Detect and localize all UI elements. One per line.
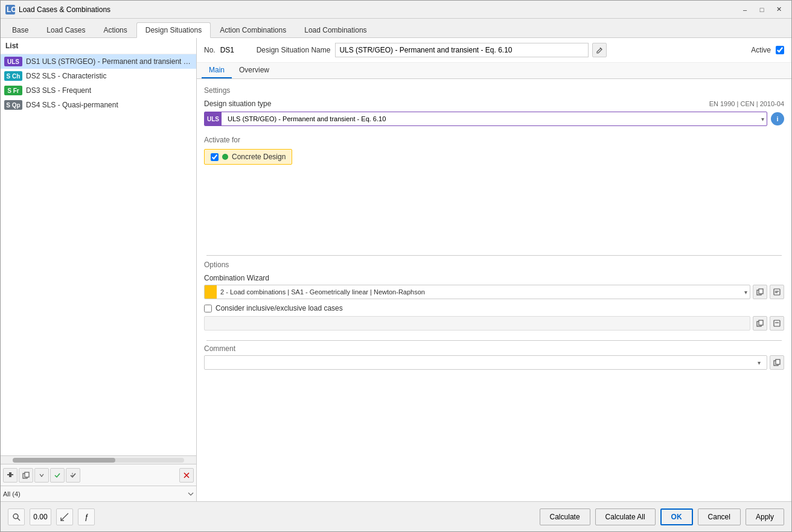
scrollbar-thumb: [13, 458, 115, 463]
sub-tab-overview[interactable]: Overview: [232, 63, 276, 78]
list-item[interactable]: S Ch DS2 SLS - Characteristic: [1, 69, 196, 83]
maximize-button[interactable]: □: [754, 4, 770, 16]
comment-input[interactable]: ▾: [204, 355, 767, 370]
left-panel: List ULS DS1 ULS (STR/GEO) - Permanent a…: [1, 38, 197, 501]
badge-sqp: S Qp: [4, 100, 22, 110]
active-label: Active: [751, 46, 771, 54]
options-section: Options Combination Wizard 2 - Load comb…: [204, 255, 784, 331]
sub-tab-bar: Main Overview: [197, 63, 791, 79]
check1-button[interactable]: [50, 468, 65, 483]
tab-base[interactable]: Base: [3, 22, 37, 37]
calculate-all-button[interactable]: Calculate All: [595, 508, 656, 525]
edit-icon: [596, 46, 603, 54]
search-status-icon[interactable]: [8, 508, 25, 525]
apply-button[interactable]: Apply: [746, 508, 784, 525]
activate-item[interactable]: Concrete Design: [204, 149, 292, 165]
no-label: No.: [204, 46, 216, 54]
activate-checkbox[interactable]: [211, 153, 219, 161]
svg-rect-5: [25, 472, 29, 477]
name-input[interactable]: [335, 43, 589, 57]
combo-wizard-row: 2 - Load combinations | SA1 - Geometrica…: [204, 285, 784, 299]
design-type-row: ULS ULS (STR/GEO) - Permanent and transi…: [204, 112, 784, 126]
badge-sfr: S Fr: [4, 86, 22, 95]
inclusive-btn2[interactable]: [770, 316, 784, 331]
minimize-button[interactable]: –: [737, 4, 753, 16]
copy-button[interactable]: [19, 468, 33, 483]
wizard-label: Combination Wizard: [204, 274, 784, 282]
list-header: List: [1, 38, 196, 54]
cancel-button[interactable]: Cancel: [698, 508, 741, 525]
list-item-text: DS3 SLS - Frequent: [26, 86, 91, 95]
sub-tab-main[interactable]: Main: [202, 63, 232, 78]
filter-value: All (4): [3, 490, 188, 498]
inclusive-input[interactable]: [204, 316, 750, 331]
form-body: Settings Design situation type EN 1990 |…: [197, 79, 791, 501]
consider-inclusive-checkbox[interactable]: [204, 305, 212, 312]
combo-icon: [205, 285, 217, 299]
combo-arrow-icon: ▾: [742, 289, 750, 296]
list-items: ULS DS1 ULS (STR/GEO) - Permanent and tr…: [1, 54, 196, 455]
name-label: Design Situation Name: [257, 46, 331, 54]
settings-section: Settings Design situation type EN 1990 |…: [204, 86, 784, 126]
status-icons: 0.00 ƒ: [8, 508, 95, 525]
active-section: Active: [751, 46, 784, 54]
design-type-text: ULS (STR/GEO) - Permanent and transient …: [224, 115, 756, 122]
decimal-status-icon[interactable]: 0.00: [30, 508, 51, 525]
settings-title: Settings: [204, 86, 784, 95]
svg-rect-16: [774, 320, 780, 326]
form-header: No. DS1 Design Situation Name Active: [197, 38, 791, 63]
svg-rect-8: [207, 288, 214, 296]
close-button[interactable]: ✕: [771, 4, 787, 16]
measure-status-icon[interactable]: [56, 508, 73, 525]
empty-input-row: [204, 316, 784, 331]
filter-arrow-icon: [188, 491, 194, 497]
tab-action-combinations[interactable]: Action Combinations: [211, 22, 295, 37]
tab-load-combinations[interactable]: Load Combinations: [295, 22, 375, 37]
options-title: Options: [204, 261, 784, 269]
combo-wizard-select[interactable]: 2 - Load combinations | SA1 - Geometrica…: [204, 285, 750, 299]
ok-button[interactable]: OK: [660, 508, 693, 525]
design-type-select[interactable]: ULS ULS (STR/GEO) - Permanent and transi…: [204, 112, 767, 126]
title-bar: LC Load Cases & Combinations – □ ✕: [1, 1, 791, 19]
name-value-box: [335, 43, 607, 57]
consider-inclusive-label: Consider inclusive/exclusive load cases: [216, 304, 343, 312]
badge-uls: ULS: [4, 57, 22, 66]
comment-copy-btn[interactable]: [770, 355, 784, 370]
status-bar: 0.00 ƒ Calculate Calculate All OK Cancel…: [1, 501, 791, 531]
list-item[interactable]: S Qp DS4 SLS - Quasi-permanent: [1, 98, 196, 112]
list-item[interactable]: S Fr DS3 SLS - Frequent: [1, 83, 196, 98]
add-button[interactable]: [3, 468, 18, 483]
svg-rect-15: [759, 320, 763, 325]
delete-button[interactable]: [179, 468, 194, 483]
comment-section: Comment ▾: [204, 340, 784, 370]
tab-actions[interactable]: Actions: [94, 22, 136, 37]
combo-btn1[interactable]: [753, 285, 767, 299]
tab-load-cases[interactable]: Load Cases: [37, 22, 94, 37]
check2-button[interactable]: [66, 468, 80, 483]
list-toolbar: [1, 464, 196, 486]
activate-section: Activate for Concrete Design: [204, 136, 784, 165]
list-scrollbar[interactable]: [1, 455, 196, 464]
dropdown-button[interactable]: [34, 468, 49, 483]
svg-rect-19: [776, 359, 780, 364]
calculate-button[interactable]: Calculate: [540, 508, 590, 525]
design-type-arrow-icon: ▾: [759, 116, 767, 122]
formula-status-icon[interactable]: ƒ: [78, 508, 95, 525]
list-item-text: DS4 SLS - Quasi-permanent: [26, 101, 118, 109]
decimal-value: 0.00: [33, 513, 47, 521]
svg-rect-11: [774, 289, 780, 295]
badge-sch: S Ch: [4, 71, 22, 81]
info-button[interactable]: i: [771, 112, 784, 125]
inclusive-btn1[interactable]: [753, 316, 767, 331]
svg-rect-3: [9, 472, 11, 477]
filter-dropdown[interactable]: All (4): [1, 486, 196, 501]
list-item[interactable]: ULS DS1 ULS (STR/GEO) - Permanent and tr…: [1, 54, 196, 69]
combo-btn2[interactable]: [770, 285, 784, 299]
design-situation-type-label: Design situation type: [204, 100, 271, 108]
tab-design-situations[interactable]: Design Situations: [136, 22, 211, 38]
activate-for-label: Activate for: [204, 136, 784, 144]
name-field-group: Design Situation Name: [257, 43, 607, 57]
design-situation-type-row: Design situation type EN 1990 | CEN | 20…: [204, 100, 784, 108]
edit-name-button[interactable]: [592, 43, 607, 57]
active-checkbox[interactable]: [776, 46, 784, 54]
